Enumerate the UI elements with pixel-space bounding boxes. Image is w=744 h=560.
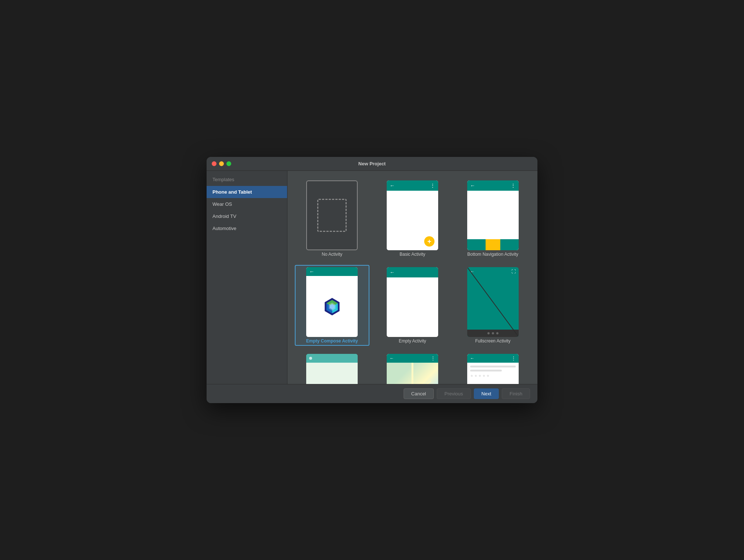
sidebar-item-phone-tablet[interactable]: Phone and Tablet [207,186,287,198]
compose-logo-icon [322,297,342,317]
template-fullscreen-label: Fullscreen Activity [475,338,511,344]
template-empty-activity-label: Empty Activity [399,338,426,344]
dashed-rect [317,199,347,232]
minimize-button[interactable] [219,161,224,166]
bottom-nav-topbar: ← ⋮ [467,180,519,191]
template-empty-activity[interactable]: ← Empty Activity [375,265,450,346]
compose-preview: ← [306,267,358,337]
interstitial-dot [309,357,312,360]
compose-back-icon: ← [309,269,314,274]
empty-activity-preview: ← [387,267,438,337]
star-1: ★ [470,374,473,378]
finish-button[interactable]: Finish [502,388,530,399]
settings-body: ★ ★ ★ ★ ★ [467,363,519,384]
settings-back-icon: ← [470,356,475,361]
template-no-activity[interactable]: No Activity [295,178,369,259]
sidebar: Templates Phone and Tablet Wear OS Andro… [207,171,287,384]
interstitial-topbar [306,354,358,363]
maximize-button[interactable] [226,161,231,166]
sidebar-item-automotive[interactable]: Automotive [207,222,287,234]
template-basic-activity[interactable]: ← ⋮ + Basic Activity [375,178,450,259]
templates-grid: No Activity ← ⋮ + Basic Activity [295,178,530,384]
content-area: Templates Phone and Tablet Wear OS Andro… [207,171,537,384]
template-google-maps[interactable]: ← ⋮ 📍 Google Ma [375,352,450,384]
star-5: ★ [486,374,490,378]
fullscreen-diagonal-svg [467,267,519,337]
settings-topbar: ← ⋮ [467,354,519,363]
map-roads-svg [387,363,438,384]
bottom-nav-bar [467,239,519,250]
basic-activity-preview: ← ⋮ + [387,180,438,250]
sidebar-item-wear-os[interactable]: Wear OS [207,198,287,210]
titlebar: New Project [207,157,537,171]
window-title: New Project [358,161,386,166]
interstitial-body: Interstitial Ad [306,363,358,384]
settings-line-1 [470,366,516,367]
star-2: ★ [474,374,477,378]
cancel-button[interactable]: Cancel [404,388,434,399]
fab-icon: + [424,236,434,247]
sidebar-section-label: Templates [207,177,287,186]
star-4: ★ [482,374,486,378]
empty-body [387,277,438,337]
settings-more-icon: ⋮ [511,356,516,361]
basic-body: + [387,191,438,250]
bottom-nav-preview: ← ⋮ [467,180,519,250]
close-button[interactable] [212,161,217,166]
maps-topbar: ← ⋮ [387,354,438,363]
star-3: ★ [478,374,482,378]
maps-back-icon: ← [390,356,394,361]
next-button[interactable]: Next [474,388,499,399]
template-no-activity-label: No Activity [322,252,342,257]
template-bottom-nav-activity[interactable]: ← ⋮ Bottom Navigation Activity [455,178,530,259]
more-icon: ⋮ [430,183,435,189]
templates-area: No Activity ← ⋮ + Basic Activity [287,171,537,384]
template-bottom-nav-label: Bottom Navigation Activity [467,252,518,257]
template-empty-compose[interactable]: ← [295,265,369,346]
settings-stars: ★ ★ ★ ★ ★ [470,374,516,378]
settings-preview: ← ⋮ ★ ★ ★ ★ ★ [467,354,519,384]
dialog-footer: Cancel Previous Next Finish [207,384,537,403]
svg-line-7 [467,267,519,337]
back-arrow-icon: ← [390,183,395,189]
previous-button[interactable]: Previous [437,388,471,399]
maps-more-icon: ⋮ [431,356,435,361]
no-activity-preview [306,180,358,250]
compose-body [306,276,358,337]
maps-preview: ← ⋮ 📍 [387,354,438,384]
empty-topbar: ← [387,267,438,277]
interstitial-preview: Interstitial Ad [306,354,358,384]
maps-body: 📍 [387,363,438,384]
template-basic-activity-label: Basic Activity [400,252,425,257]
compose-topbar: ← [306,267,358,276]
traffic-lights [212,161,231,166]
template-fullscreen-activity[interactable]: ← ⛶ Fullscreen Activity [455,265,530,346]
template-settings-activity[interactable]: ← ⋮ ★ ★ ★ ★ ★ [455,352,530,384]
more-icon: ⋮ [511,183,516,189]
template-interstitial-ad[interactable]: Interstitial Ad Interstitial Ad [295,352,369,384]
back-arrow-icon: ← [470,183,475,189]
bottom-nav-body [467,191,519,239]
basic-topbar: ← ⋮ [387,180,438,191]
settings-line-2 [470,370,502,371]
template-empty-compose-label: Empty Compose Activity [306,338,358,344]
fullscreen-preview: ← ⛶ [467,267,519,337]
main-window: New Project Templates Phone and Tablet W… [207,157,537,403]
back-arrow-icon: ← [390,269,395,275]
sidebar-item-android-tv[interactable]: Android TV [207,210,287,222]
